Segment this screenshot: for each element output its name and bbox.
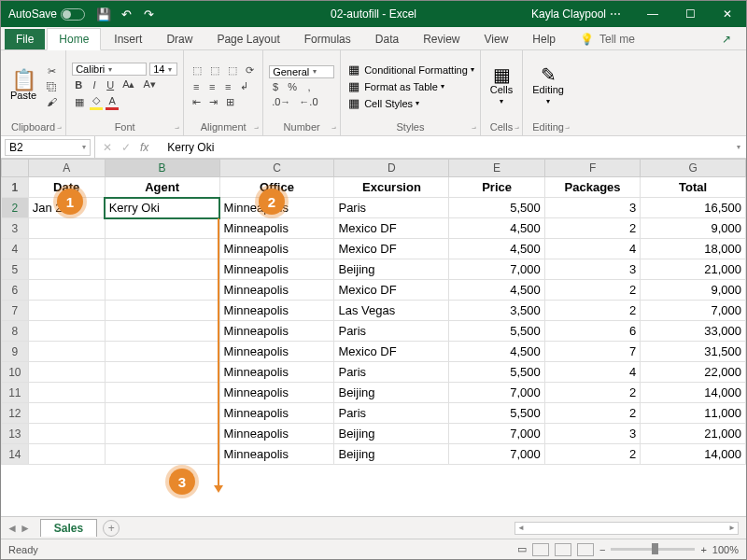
cell[interactable]: 4 xyxy=(544,362,640,383)
row-header[interactable]: 12 xyxy=(2,403,29,424)
row-header[interactable]: 14 xyxy=(2,444,29,465)
cell[interactable]: Minneapolis xyxy=(219,239,334,259)
wrap-text-icon[interactable]: ↲ xyxy=(237,79,251,93)
cell[interactable]: Paris xyxy=(334,198,449,218)
fx-icon[interactable]: fx xyxy=(140,141,148,154)
cell[interactable] xyxy=(105,259,219,280)
ribbon-options-icon[interactable]: ⋯ xyxy=(597,1,634,27)
cell[interactable] xyxy=(28,280,105,301)
row-header[interactable]: 9 xyxy=(2,342,29,362)
cell[interactable]: 18,000 xyxy=(641,239,746,259)
cell[interactable]: Minneapolis xyxy=(219,444,334,465)
autosave-toggle[interactable]: AutoSave xyxy=(8,7,85,21)
format-painter-icon[interactable]: 🖌 xyxy=(44,95,60,108)
cell[interactable] xyxy=(28,301,105,321)
row-header[interactable]: 10 xyxy=(2,362,29,383)
cell[interactable] xyxy=(28,424,105,444)
cell[interactable]: Kerry Oki xyxy=(105,198,219,218)
tab-help[interactable]: Help xyxy=(521,29,567,49)
cell[interactable]: Beijing xyxy=(334,424,449,444)
row-header[interactable]: 3 xyxy=(2,218,29,239)
number-format-select[interactable]: General xyxy=(269,65,334,78)
cell[interactable]: Paris xyxy=(334,321,449,342)
paste-button[interactable]: 📋 Paste xyxy=(7,53,40,119)
row-header[interactable]: 11 xyxy=(2,383,29,403)
tab-scroll-right-icon[interactable]: ► xyxy=(20,522,31,535)
cell[interactable]: 2 xyxy=(544,444,640,465)
column-header[interactable]: C xyxy=(219,160,334,177)
row-header[interactable]: 6 xyxy=(2,280,29,301)
zoom-level[interactable]: 100% xyxy=(712,544,739,555)
column-header[interactable]: E xyxy=(449,160,544,177)
cell[interactable] xyxy=(105,218,219,239)
tab-formulas[interactable]: Formulas xyxy=(293,29,362,49)
comma-icon[interactable]: , xyxy=(303,80,316,93)
increase-decimal-icon[interactable]: .0→ xyxy=(269,95,293,108)
share-button[interactable]: ↗ xyxy=(714,29,739,49)
cell[interactable] xyxy=(28,259,105,280)
page-break-view-icon[interactable] xyxy=(577,543,594,556)
save-icon[interactable]: 💾 xyxy=(96,7,111,21)
column-header[interactable]: F xyxy=(544,160,640,177)
cell[interactable]: Paris xyxy=(334,403,449,424)
cell[interactable]: 4,500 xyxy=(449,239,544,259)
cell[interactable]: 7 xyxy=(544,342,640,362)
cell[interactable] xyxy=(28,403,105,424)
maximize-icon[interactable]: ☐ xyxy=(671,1,709,27)
cell[interactable] xyxy=(105,342,219,362)
cell[interactable]: Minneapolis xyxy=(219,403,334,424)
row-header[interactable]: 2 xyxy=(2,198,29,218)
spreadsheet-grid[interactable]: ABCDEFG 1DateAgentOfficeExcursionPricePa… xyxy=(1,159,746,465)
cell[interactable]: Minneapolis xyxy=(219,321,334,342)
cell[interactable]: Beijing xyxy=(334,259,449,280)
cell[interactable]: 4,500 xyxy=(449,280,544,301)
decrease-font-icon[interactable]: A▾ xyxy=(140,77,158,91)
cell[interactable]: 7,000 xyxy=(641,301,746,321)
column-header[interactable]: G xyxy=(641,160,746,177)
conditional-formatting-button[interactable]: ▦Conditional Formatting▾ xyxy=(346,63,474,77)
normal-view-icon[interactable] xyxy=(532,543,549,556)
tab-tellme[interactable]: 💡Tell me xyxy=(569,29,646,49)
cell[interactable]: 33,000 xyxy=(641,321,746,342)
percent-icon[interactable]: % xyxy=(285,80,300,93)
zoom-slider[interactable] xyxy=(611,548,695,551)
cancel-formula-icon[interactable]: ✕ xyxy=(103,141,112,154)
tab-insert[interactable]: Insert xyxy=(103,29,153,49)
display-settings-icon[interactable]: ▭ xyxy=(517,543,527,555)
cell[interactable]: Paris xyxy=(334,362,449,383)
cell[interactable]: Minneapolis xyxy=(219,424,334,444)
cell[interactable]: 31,500 xyxy=(641,342,746,362)
cell[interactable]: 5,500 xyxy=(449,198,544,218)
cell[interactable]: Mexico DF xyxy=(334,342,449,362)
header-cell[interactable]: Excursion xyxy=(334,177,449,198)
cell[interactable]: 2 xyxy=(544,280,640,301)
tab-page-layout[interactable]: Page Layout xyxy=(205,29,290,49)
cell[interactable]: 7,000 xyxy=(449,424,544,444)
cell[interactable]: 2 xyxy=(544,383,640,403)
cell[interactable]: Beijing xyxy=(334,383,449,403)
cell[interactable]: 14,000 xyxy=(641,444,746,465)
row-header[interactable]: 5 xyxy=(2,259,29,280)
cell[interactable] xyxy=(28,218,105,239)
tab-home[interactable]: Home xyxy=(47,28,101,50)
cell[interactable]: 7,000 xyxy=(449,259,544,280)
undo-icon[interactable]: ↶ xyxy=(119,7,134,21)
increase-indent-icon[interactable]: ⇥ xyxy=(206,95,220,109)
zoom-out-icon[interactable]: − xyxy=(599,544,605,555)
align-top-icon[interactable]: ⬚ xyxy=(190,63,204,77)
cell[interactable]: Minneapolis xyxy=(219,259,334,280)
sheet-tab-sales[interactable]: Sales xyxy=(40,519,97,537)
align-right-icon[interactable]: ≡ xyxy=(221,80,234,93)
underline-button[interactable]: U xyxy=(104,78,117,91)
cell[interactable]: 7,000 xyxy=(449,383,544,403)
cell[interactable]: Minneapolis xyxy=(219,342,334,362)
cell[interactable]: 9,000 xyxy=(641,280,746,301)
horizontal-scrollbar[interactable] xyxy=(514,522,739,535)
cell[interactable]: Beijing xyxy=(334,444,449,465)
row-header[interactable]: 7 xyxy=(2,301,29,321)
user-name[interactable]: Kayla Claypool xyxy=(531,7,606,21)
cell[interactable]: 21,000 xyxy=(641,424,746,444)
borders-icon[interactable]: ▦ xyxy=(72,95,87,109)
cell[interactable]: 4,500 xyxy=(449,342,544,362)
header-cell[interactable]: Total xyxy=(641,177,746,198)
